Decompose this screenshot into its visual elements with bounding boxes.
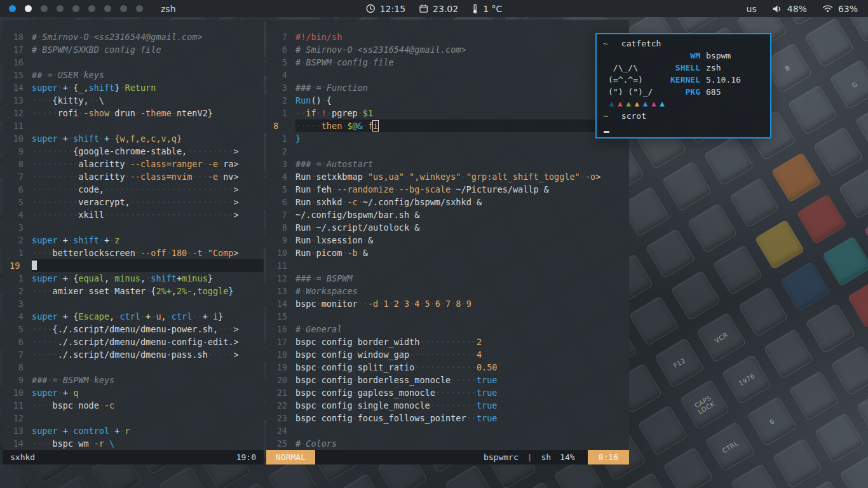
vim-block-cursor bbox=[32, 261, 37, 270]
line-number: 18 bbox=[3, 30, 32, 43]
ascii-cat-art: (") (")_/ bbox=[603, 86, 661, 98]
line-number: 20 bbox=[266, 374, 295, 386]
wallpaper-keycap bbox=[663, 447, 714, 488]
line-number: 10 bbox=[266, 247, 295, 259]
wallpaper-keycap bbox=[805, 303, 856, 354]
code-line: 15 bbox=[266, 310, 629, 323]
workspace-dot-3[interactable] bbox=[41, 5, 48, 12]
statusline-filetype: sh bbox=[541, 451, 552, 464]
workspace-dot-1[interactable] bbox=[9, 5, 16, 12]
code-line: 7#!/bin/sh bbox=[266, 30, 629, 43]
workspace-indicators[interactable] bbox=[9, 5, 143, 12]
wallpaper-keycap bbox=[796, 194, 847, 245]
code-line: 7·········alacritty·--class=nvim···-e·nv… bbox=[3, 170, 264, 183]
code-line: 4super·+·{Escape,·ctrl·+·u,·ctrl··+·i} bbox=[3, 310, 264, 323]
code-line: 11····bspc·node·-c bbox=[3, 399, 264, 412]
calendar-icon bbox=[419, 4, 428, 13]
line-number: 2 bbox=[3, 234, 32, 247]
line-number: 17 bbox=[266, 336, 295, 348]
code-line: 13····{kitty,··\ bbox=[3, 94, 264, 107]
wallpaper-keycap bbox=[847, 278, 868, 329]
code-line: 4·········xkill·························… bbox=[3, 208, 264, 221]
volume-icon[interactable] bbox=[772, 4, 782, 13]
wallpaper-keycap: 1976 bbox=[721, 354, 772, 405]
code-line: 5#·BSPWM·config·file bbox=[266, 56, 629, 69]
editor-window-sxhkd[interactable]: 18#·Smirnov-O·<ss2316544@gmail.com>17#·B… bbox=[3, 20, 264, 464]
statusline-cursor-pos: 19:0 bbox=[236, 451, 256, 464]
wallpaper-keycap: G bbox=[829, 59, 868, 110]
line-number: 14 bbox=[3, 437, 32, 450]
wallpaper-keycap bbox=[771, 152, 822, 203]
workspace-dot-4[interactable] bbox=[57, 5, 64, 12]
line-number: 19 bbox=[3, 259, 32, 272]
code-line: 23bspc·config·focus_follows_pointer··tru… bbox=[266, 412, 629, 424]
code-line: 14bspc·monitor··-d·1·2·3·4·5·6·7·8·9 bbox=[266, 297, 629, 310]
wallpaper-keycap bbox=[787, 85, 838, 135]
thermometer-icon bbox=[472, 4, 478, 14]
line-number: 5 bbox=[266, 56, 295, 69]
workspace-dot-6[interactable] bbox=[88, 5, 95, 12]
line-number: 9 bbox=[266, 234, 295, 247]
wallpaper-keycap bbox=[813, 126, 864, 177]
keyboard-layout[interactable]: us bbox=[747, 4, 757, 14]
catfetch-output: WMbspwm /\_/\SHELLzsh(=^.^=)KERNEL5.10.1… bbox=[603, 50, 764, 98]
line-number: 14 bbox=[3, 81, 32, 94]
bspwmrc-buffer[interactable]: 7#!/bin/sh6#·Smirnov-O·<ss2316544@gmail.… bbox=[266, 20, 629, 450]
statusline-scroll-percent: 14% bbox=[560, 451, 574, 464]
line-number: 2 bbox=[266, 94, 295, 107]
terminal-cursor bbox=[604, 131, 609, 133]
workspace-dot-8[interactable] bbox=[120, 5, 127, 12]
wallpaper-keycap bbox=[772, 438, 823, 488]
command-catfetch: catfetch bbox=[621, 37, 661, 50]
line-number: 10 bbox=[3, 386, 32, 399]
code-line: 5·········veracrypt,····················… bbox=[3, 196, 264, 208]
code-line: 2····amixer·sset·Master·{2%+,2%-,toggle} bbox=[3, 285, 264, 297]
wallpaper-keycap: F12 bbox=[654, 337, 705, 388]
line-number: 2 bbox=[266, 145, 295, 158]
clock-icon bbox=[366, 4, 376, 13]
statusline-separator: | bbox=[527, 451, 532, 464]
workspace-dot-5[interactable] bbox=[72, 5, 79, 12]
code-line: 10super·+·q bbox=[3, 386, 264, 399]
code-line: 15##·=·USER·keys bbox=[3, 69, 264, 81]
sxhkd-buffer[interactable]: 18#·Smirnov-O·<ss2316544@gmail.com>17#·B… bbox=[3, 20, 264, 450]
code-line: 14····bspc·wm·-r·\ bbox=[3, 437, 264, 450]
workspace-dot-9[interactable] bbox=[136, 5, 143, 12]
prompt-symbol: ~ bbox=[603, 110, 608, 122]
palette-triangle: ▲ bbox=[660, 99, 668, 108]
line-number: 17 bbox=[3, 43, 32, 56]
wallpaper-keycap bbox=[856, 387, 868, 438]
workspace-dot-2[interactable] bbox=[25, 5, 32, 12]
editor-window-bspwmrc[interactable]: 7#!/bin/sh6#·Smirnov-O·<ss2316544@gmail.… bbox=[266, 20, 629, 464]
code-line: 21bspc·config·gapless_monocle········tru… bbox=[266, 386, 629, 399]
temperature-text: 1 °C bbox=[483, 4, 502, 14]
floating-terminal[interactable]: ~ catfetch WMbspwm /\_/\SHELLzsh(=^.^=)K… bbox=[595, 33, 771, 139]
line-number: 13 bbox=[3, 424, 32, 437]
top-status-bar: zsh 12:15 23.02 1 °C us 48% 63% bbox=[0, 0, 868, 17]
right-statusline: NORMAL bspwmrc | sh 14% 8:16 bbox=[266, 450, 629, 464]
wallpaper-keycap bbox=[839, 454, 868, 488]
terminal-cursor-line[interactable] bbox=[603, 122, 764, 134]
code-line: 1} bbox=[266, 132, 629, 145]
wallpaper-keycap bbox=[814, 412, 865, 463]
line-number: 3 bbox=[3, 221, 32, 234]
line-number: 19 bbox=[266, 361, 295, 374]
code-line: 12###·=·BSPWM bbox=[266, 272, 629, 285]
code-line: 2Run()·{ bbox=[266, 94, 629, 107]
wifi-icon[interactable] bbox=[822, 4, 833, 13]
command-scrot: scrot bbox=[621, 110, 646, 122]
workspace-dot-7[interactable] bbox=[104, 5, 111, 12]
wallpaper-keycap bbox=[864, 210, 868, 261]
line-number: 11 bbox=[266, 259, 295, 272]
code-line: 4 bbox=[266, 69, 629, 81]
fetch-value: bspwm bbox=[706, 50, 764, 62]
palette-triangle: ▲ bbox=[643, 99, 651, 108]
statusline-filename: bspwmrc bbox=[484, 451, 519, 464]
line-number: 15 bbox=[266, 310, 295, 323]
wallpaper-keycap bbox=[444, 464, 495, 488]
ascii-cat-art: (=^.^=) bbox=[603, 74, 661, 86]
line-number: 7 bbox=[266, 30, 295, 43]
line-number: 15 bbox=[3, 69, 32, 81]
code-line: 3 bbox=[3, 297, 264, 310]
wallpaper-keycap bbox=[637, 405, 688, 456]
